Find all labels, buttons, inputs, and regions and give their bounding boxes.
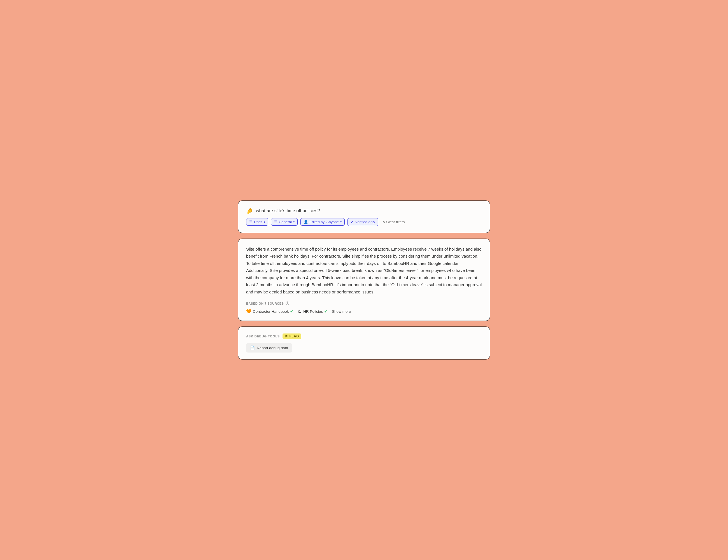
sources-count-label: BASED ON 7 SOURCES xyxy=(246,302,284,305)
debug-card: ASK DEBUG TOOLS ⚑ FLAG 📄 Report debug da… xyxy=(238,326,490,360)
search-card: 🤌 what are slite's time off policies? ☰ … xyxy=(238,200,490,233)
docs-label: Docs xyxy=(254,220,262,224)
contractor-handbook-name: Contractor Handbook xyxy=(253,309,289,314)
general-icon: ☰ xyxy=(274,220,277,224)
general-arrow: ▾ xyxy=(293,220,295,223)
docs-arrow: ▾ xyxy=(264,220,265,223)
clear-filters-label: Clear filters xyxy=(386,220,405,224)
info-icon: ⓘ xyxy=(286,301,290,306)
flag-icon: ⚑ xyxy=(285,334,288,338)
hr-policies-emoji: 🗂 xyxy=(298,309,302,314)
sources-list: 🧡 Contractor Handbook ✔ 🗂 HR Policies ✔ … xyxy=(246,309,482,314)
contractor-handbook-emoji: 🧡 xyxy=(246,309,251,314)
source-item-contractor-handbook[interactable]: 🧡 Contractor Handbook ✔ xyxy=(246,309,293,314)
contractor-handbook-verified-icon: ✔ xyxy=(290,309,293,314)
clear-filters-button[interactable]: ✕ Clear filters xyxy=(381,218,406,225)
main-container: 🤌 what are slite's time off policies? ☰ … xyxy=(238,200,490,360)
edited-by-label: Edited by: Anyone xyxy=(309,220,339,224)
general-label: General xyxy=(279,220,292,224)
search-row: 🤌 what are slite's time off policies? xyxy=(246,207,482,214)
verified-filter[interactable]: ✔ Verified only xyxy=(347,218,378,226)
edited-by-arrow: ▾ xyxy=(340,220,342,223)
report-debug-button[interactable]: 📄 Report debug data xyxy=(246,343,292,353)
answer-card: Slite offers a comprehensive time off po… xyxy=(238,239,490,321)
person-icon: 👤 xyxy=(304,220,308,224)
sources-section: BASED ON 7 SOURCES ⓘ 🧡 Contractor Handbo… xyxy=(246,301,482,314)
verified-check-icon: ✔ xyxy=(351,220,354,224)
x-icon: ✕ xyxy=(382,220,385,224)
search-icon: 🤌 xyxy=(246,207,253,214)
sources-label: BASED ON 7 SOURCES ⓘ xyxy=(246,301,482,306)
docs-icon: ☰ xyxy=(249,220,253,224)
verified-label: Verified only xyxy=(355,220,375,224)
hr-policies-name: HR Policies xyxy=(303,309,323,314)
report-debug-label: Report debug data xyxy=(257,346,288,350)
search-query: what are slite's time off policies? xyxy=(256,208,320,213)
show-more-button[interactable]: Show more xyxy=(332,309,351,314)
filters-row: ☰ Docs ▾ ☰ General ▾ 👤 Edited by: Anyone… xyxy=(246,218,482,226)
doc-icon: 📄 xyxy=(250,346,255,350)
flag-label: FLAG xyxy=(289,334,299,338)
general-filter[interactable]: ☰ General ▾ xyxy=(271,218,298,226)
debug-label: ASK DEBUG TOOLS xyxy=(246,335,280,338)
edited-by-filter[interactable]: 👤 Edited by: Anyone ▾ xyxy=(300,218,345,226)
docs-filter[interactable]: ☰ Docs ▾ xyxy=(246,218,268,226)
answer-text: Slite offers a comprehensive time off po… xyxy=(246,246,482,296)
flag-badge: ⚑ FLAG xyxy=(283,333,301,339)
hr-policies-verified-icon: ✔ xyxy=(324,309,327,314)
source-item-hr-policies[interactable]: 🗂 HR Policies ✔ xyxy=(298,309,327,314)
debug-header: ASK DEBUG TOOLS ⚑ FLAG xyxy=(246,333,482,339)
